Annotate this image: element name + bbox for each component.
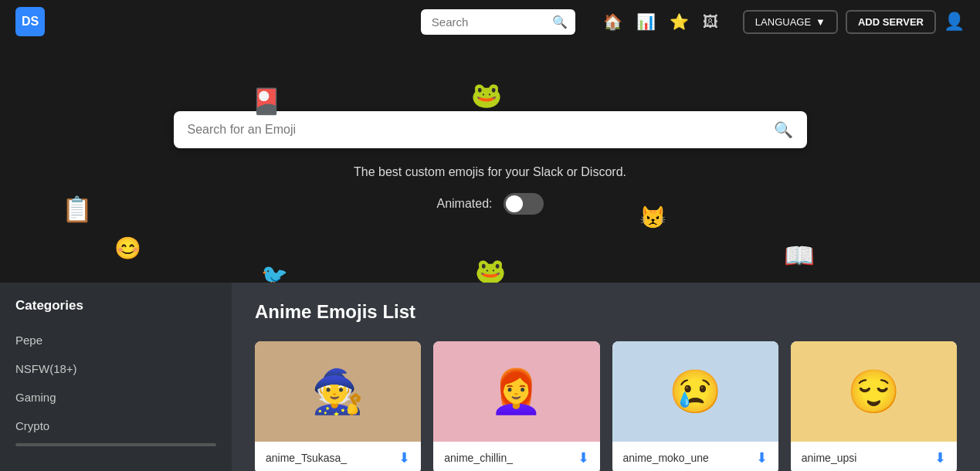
emoji-name-moko: anime_moko_une: [623, 452, 709, 464]
emoji-name-tsukasa: anime_Tsukasa_: [266, 452, 347, 464]
language-button[interactable]: LANGUAGE ▼: [743, 10, 838, 34]
emoji-search-input[interactable]: [188, 123, 766, 137]
hero-animated: Animated:: [436, 193, 543, 215]
download-icon-moko[interactable]: ⬇: [756, 449, 768, 466]
emoji-name-chillin: anime_chillin_: [444, 452, 513, 464]
navbar: DS 🔍 🏠 📊 ⭐ 🖼 LANGUAGE ▼ ADD SERVER 👤: [0, 0, 980, 43]
emoji-card-image-upsi: 😌: [791, 341, 957, 442]
toggle-knob: [506, 195, 523, 212]
navbar-icons: 🏠 📊 ⭐ 🖼: [603, 12, 718, 31]
user-icon[interactable]: 👤: [944, 12, 965, 32]
floating-emoji-8: 🐸: [471, 252, 510, 283]
floating-emoji-5: 😾: [633, 198, 672, 236]
emoji-card-chillin: 👩‍🦰 anime_chillin_ ⬇: [433, 341, 599, 471]
hero-section: 🎴 🐸 📋 😊 😾 📖 🐦 🐸 🔍 The best custom emojis…: [0, 43, 980, 283]
floating-emoji-6: 📖: [780, 236, 819, 275]
emoji-card-tsukasa: 🧙 anime_Tsukasa_ ⬇: [255, 341, 421, 471]
chevron-down-icon: ▼: [816, 16, 826, 28]
logo-box: DS: [15, 7, 45, 36]
image-icon[interactable]: 🖼: [703, 13, 718, 31]
download-icon-tsukasa[interactable]: ⬇: [398, 449, 410, 466]
download-icon-chillin[interactable]: ⬇: [578, 449, 589, 466]
navbar-right: LANGUAGE ▼ ADD SERVER 👤: [743, 10, 965, 34]
emoji-name-upsi: anime_upsi: [802, 452, 857, 464]
content-title: Anime Emojis List: [255, 301, 957, 323]
stats-icon[interactable]: 📊: [636, 12, 656, 31]
content-area: Anime Emojis List 🧙 anime_Tsukasa_ ⬇ 👩‍🦰…: [232, 283, 980, 471]
star-icon[interactable]: ⭐: [670, 12, 689, 31]
floating-emoji-4: 😊: [108, 229, 147, 267]
navbar-logo[interactable]: DS: [15, 7, 45, 36]
animated-toggle[interactable]: [504, 193, 544, 215]
emoji-card-footer-tsukasa: anime_Tsukasa_ ⬇: [255, 442, 421, 471]
download-icon-upsi[interactable]: ⬇: [934, 449, 946, 466]
hero-search-bar: 🔍: [174, 111, 807, 148]
sidebar-scroll-indicator: [15, 443, 216, 446]
sidebar-item-pepe[interactable]: Pepe: [0, 326, 232, 354]
add-server-button[interactable]: ADD SERVER: [846, 10, 936, 34]
emoji-card-image-moko: 😢: [612, 341, 778, 442]
sidebar-title: Categories: [0, 298, 232, 326]
hero-search-icon: 🔍: [774, 120, 793, 139]
sidebar-item-crypto[interactable]: Crypto: [0, 412, 232, 440]
emoji-card-moko: 😢 anime_moko_une ⬇: [612, 341, 778, 471]
home-icon[interactable]: 🏠: [603, 12, 622, 31]
emoji-card-image-chillin: 👩‍🦰: [433, 341, 599, 442]
navbar-search: 🔍: [421, 9, 575, 35]
sidebar: Categories Pepe NSFW(18+) Gaming Crypto: [0, 283, 232, 471]
emoji-card-upsi: 😌 anime_upsi ⬇: [791, 341, 957, 471]
emoji-card-footer-chillin: anime_chillin_ ⬇: [433, 442, 599, 471]
main-content: Categories Pepe NSFW(18+) Gaming Crypto …: [0, 283, 980, 471]
floating-emoji-3: 📋: [58, 190, 97, 229]
search-input[interactable]: [421, 9, 575, 35]
emoji-card-footer-moko: anime_moko_une ⬇: [612, 442, 778, 471]
sidebar-item-gaming[interactable]: Gaming: [0, 383, 232, 412]
emoji-grid: 🧙 anime_Tsukasa_ ⬇ 👩‍🦰 anime_chillin_ ⬇ …: [255, 341, 957, 471]
hero-subtitle: The best custom emojis for your Slack or…: [354, 165, 626, 179]
floating-emoji-7: 🐦: [255, 256, 293, 283]
floating-emoji-2: 🐸: [467, 76, 506, 114]
animated-label: Animated:: [436, 197, 492, 211]
sidebar-item-nsfw[interactable]: NSFW(18+): [0, 354, 232, 383]
emoji-card-footer-upsi: anime_upsi ⬇: [791, 442, 957, 471]
emoji-card-image-tsukasa: 🧙: [255, 341, 421, 442]
